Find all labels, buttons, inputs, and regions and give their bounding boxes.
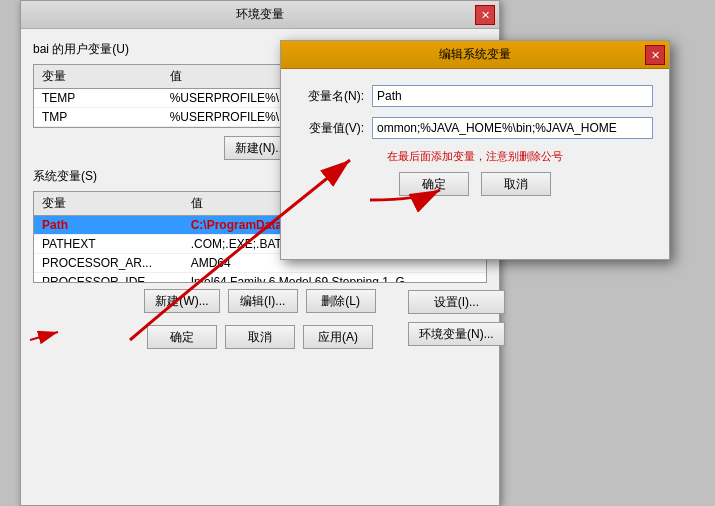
edit-sys-var-dialog: 编辑系统变量 ✕ 变量名(N): 变量值(V): 在最后面添加变量，注意别删除公… xyxy=(280,40,670,260)
right-buttons-area: 设置(I)... 环境变量(N)... xyxy=(408,290,505,346)
edit-hint-text: 在最后面添加变量，注意别删除公号 xyxy=(297,149,653,164)
sys-row-2-var: PROCESSOR_AR... xyxy=(34,254,183,273)
env-cancel-button[interactable]: 取消 xyxy=(225,325,295,349)
env-ok-button[interactable]: 确定 xyxy=(147,325,217,349)
sys-delete-button[interactable]: 删除(L) xyxy=(306,289,376,313)
env-vars-title: 环境变量 xyxy=(236,6,284,23)
var-value-label: 变量值(V): xyxy=(297,120,372,137)
env-apply-button[interactable]: 应用(A) xyxy=(303,325,373,349)
env-vars-button[interactable]: 环境变量(N)... xyxy=(408,322,505,346)
settings-button[interactable]: 设置(I)... xyxy=(408,290,505,314)
edit-cancel-button[interactable]: 取消 xyxy=(481,172,551,196)
var-name-row: 变量名(N): xyxy=(297,85,653,107)
edit-sys-var-titlebar: 编辑系统变量 ✕ xyxy=(281,41,669,69)
sys-edit-button[interactable]: 编辑(I)... xyxy=(228,289,298,313)
sys-row-3-var: PROCESSOR_IDE... xyxy=(34,273,183,283)
sys-row-1-var: PATHEXT xyxy=(34,235,183,254)
edit-sys-var-body: 变量名(N): 变量值(V): 在最后面添加变量，注意别删除公号 确定 取消 xyxy=(281,69,669,206)
user-row-0-var: TEMP xyxy=(34,89,162,108)
env-vars-close-button[interactable]: ✕ xyxy=(475,5,495,25)
sys-col-var: 变量 xyxy=(34,192,183,216)
edit-sys-var-title: 编辑系统变量 xyxy=(439,46,511,63)
var-value-input[interactable] xyxy=(372,117,653,139)
edit-sys-var-close-button[interactable]: ✕ xyxy=(645,45,665,65)
var-name-label: 变量名(N): xyxy=(297,88,372,105)
env-vars-titlebar: 环境变量 ✕ xyxy=(21,1,499,29)
var-value-row: 变量值(V): xyxy=(297,117,653,139)
edit-btn-row: 确定 取消 xyxy=(297,172,653,196)
sys-new-button[interactable]: 新建(W)... xyxy=(144,289,219,313)
user-col-var: 变量 xyxy=(34,65,162,89)
var-name-input[interactable] xyxy=(372,85,653,107)
edit-ok-button[interactable]: 确定 xyxy=(399,172,469,196)
user-row-1-var: TMP xyxy=(34,108,162,127)
table-row[interactable]: PROCESSOR_IDE... Intel64 Family 6 Model … xyxy=(34,273,486,283)
sys-row-3-val: Intel64 Family 6 Model 69 Stepping 1, G.… xyxy=(183,273,486,283)
sys-row-0-var: Path xyxy=(34,216,183,235)
